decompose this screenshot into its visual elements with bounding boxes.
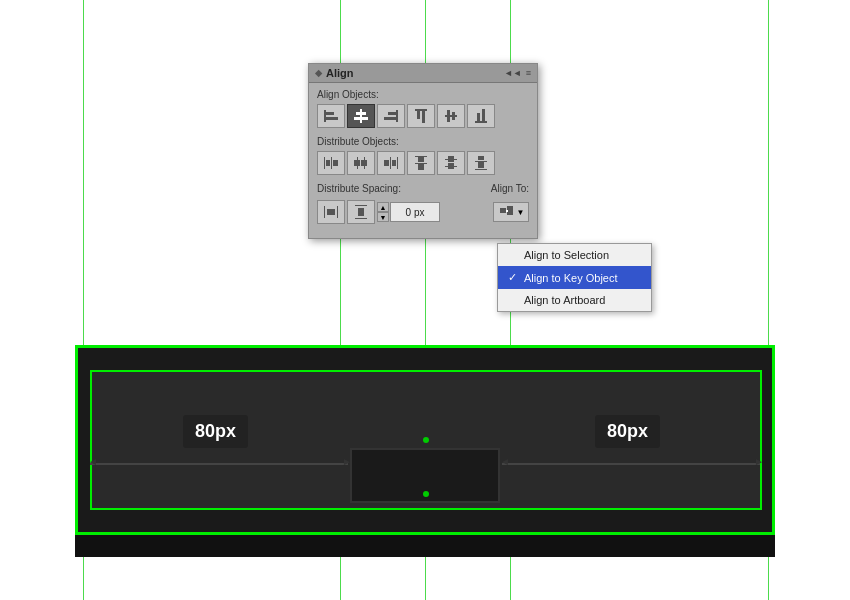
svg-rect-29 [392, 160, 396, 166]
spacing-down-btn[interactable]: ▼ [377, 212, 389, 222]
svg-rect-47 [358, 208, 364, 216]
align-to-selection-item[interactable]: Align to Selection [498, 244, 651, 266]
svg-rect-13 [447, 110, 450, 122]
label-80px-right: 80px [595, 415, 660, 448]
svg-rect-2 [326, 117, 338, 120]
dist-bottom-btn[interactable] [467, 151, 495, 175]
align-to-key-object-label: Align to Key Object [524, 272, 618, 284]
svg-rect-12 [445, 115, 457, 117]
spacing-up-btn[interactable]: ▲ [377, 202, 389, 212]
svg-rect-5 [354, 117, 368, 120]
align-to-dropdown-btn[interactable]: ▼ [493, 202, 529, 222]
svg-rect-42 [324, 206, 325, 218]
svg-rect-9 [415, 109, 427, 111]
svg-rect-19 [331, 157, 332, 169]
align-middle-v-btn[interactable] [437, 104, 465, 128]
distribute-objects-buttons [317, 151, 529, 175]
align-to-selection-label: Align to Selection [524, 249, 609, 261]
align-top-btn[interactable] [407, 104, 435, 128]
svg-rect-18 [324, 157, 325, 169]
svg-rect-20 [326, 160, 330, 166]
svg-rect-31 [415, 163, 427, 164]
panel-controls: ◄◄ ≡ [504, 68, 531, 78]
arrow-left [90, 463, 348, 465]
distribute-spacing-label: Distribute Spacing: [317, 183, 401, 194]
svg-rect-11 [422, 111, 425, 123]
dist-left-btn[interactable] [317, 151, 345, 175]
align-objects-label: Align Objects: [317, 89, 529, 100]
svg-rect-28 [384, 160, 389, 166]
svg-rect-43 [337, 206, 338, 218]
svg-rect-48 [500, 208, 506, 213]
svg-rect-24 [354, 160, 360, 166]
dist-center-v-btn[interactable] [437, 151, 465, 175]
svg-rect-45 [355, 205, 367, 206]
panel-collapse-btn[interactable]: ◄◄ [504, 68, 522, 78]
svg-rect-37 [448, 163, 454, 169]
align-to-artboard-label: Align to Artboard [524, 294, 605, 306]
dist-center-h-btn[interactable] [347, 151, 375, 175]
svg-rect-44 [327, 209, 335, 215]
align-to-key-object-item[interactable]: ✓ Align to Key Object [498, 266, 651, 289]
svg-rect-15 [475, 121, 487, 123]
svg-rect-32 [418, 157, 424, 162]
svg-rect-8 [384, 117, 396, 120]
svg-rect-6 [396, 110, 398, 122]
svg-rect-1 [326, 112, 334, 115]
svg-rect-21 [333, 160, 338, 166]
align-left-btn[interactable] [317, 104, 345, 128]
svg-rect-38 [475, 161, 487, 162]
align-bottom-btn[interactable] [467, 104, 495, 128]
svg-rect-46 [355, 218, 367, 219]
panel-menu-btn[interactable]: ≡ [526, 68, 531, 78]
arrow-right [502, 463, 760, 465]
panel-collapse-arrows[interactable]: ◆ [315, 68, 322, 78]
check-key-object: ✓ [508, 271, 520, 284]
green-dot-top [423, 437, 429, 443]
bottom-bar [75, 535, 775, 557]
panel-body: Align Objects: [309, 83, 537, 238]
svg-rect-26 [390, 157, 391, 169]
spacing-and-align-row: Distribute Spacing: Align To: [317, 183, 529, 198]
panel-title: ◆ Align [315, 67, 354, 79]
svg-rect-10 [417, 111, 420, 119]
spacing-input[interactable] [390, 202, 440, 222]
svg-rect-33 [418, 164, 424, 170]
dist-right-btn[interactable] [377, 151, 405, 175]
svg-rect-4 [356, 112, 366, 115]
green-dot-bottom [423, 491, 429, 497]
distribute-objects-label: Distribute Objects: [317, 136, 529, 147]
svg-rect-25 [361, 160, 367, 166]
align-objects-buttons [317, 104, 529, 128]
dist-spacing-h-btn[interactable] [317, 200, 345, 224]
align-right-btn[interactable] [377, 104, 405, 128]
dist-spacing-v-btn[interactable] [347, 200, 375, 224]
svg-rect-39 [475, 169, 487, 170]
svg-rect-27 [397, 157, 398, 169]
align-panel: ◆ Align ◄◄ ≡ Align Objects: [308, 63, 538, 239]
svg-rect-0 [324, 110, 326, 122]
svg-rect-40 [478, 156, 484, 160]
svg-rect-3 [360, 109, 362, 123]
svg-rect-7 [388, 112, 396, 115]
align-to-label: Align To: [491, 183, 529, 194]
svg-rect-14 [452, 112, 455, 120]
svg-rect-17 [482, 109, 485, 121]
panel-title-text: Align [326, 67, 354, 79]
align-to-dropdown-menu: Align to Selection ✓ Align to Key Object… [497, 243, 652, 312]
align-center-h-btn[interactable] [347, 104, 375, 128]
svg-rect-50 [506, 210, 508, 212]
svg-rect-16 [477, 113, 480, 121]
spacing-row: ▲ ▼ ▼ [317, 200, 529, 224]
panel-titlebar: ◆ Align ◄◄ ≡ [309, 64, 537, 83]
svg-rect-36 [448, 156, 454, 162]
label-80px-left: 80px [183, 415, 248, 448]
dist-top-btn[interactable] [407, 151, 435, 175]
align-to-artboard-item[interactable]: Align to Artboard [498, 289, 651, 311]
svg-rect-41 [478, 162, 484, 168]
svg-rect-30 [415, 156, 427, 157]
